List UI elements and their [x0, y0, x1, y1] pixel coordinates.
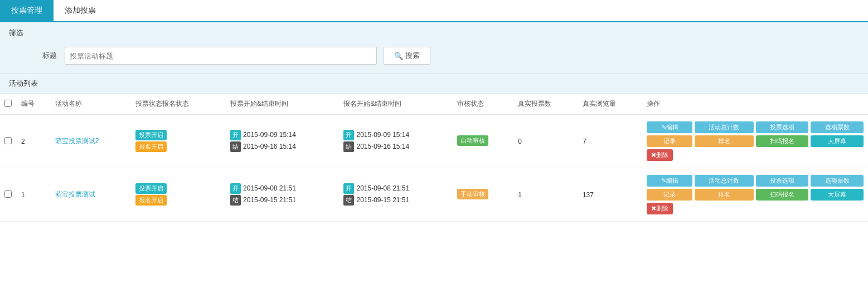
- table-row: 1 萌宝投票测试 投票开启 报名开启 开 2015-09-08 21:51 结 …: [0, 168, 868, 222]
- audit-badge: 自动审核: [457, 135, 488, 146]
- rank-button[interactable]: 排名: [695, 189, 754, 201]
- header-vote-time: 投票开始&结束时间: [226, 94, 339, 115]
- header-id: 编号: [17, 94, 51, 115]
- row-status: 投票开启 报名开启: [131, 115, 226, 168]
- delete-button[interactable]: ✖删除: [647, 203, 673, 214]
- scan-button[interactable]: 扫码报名: [756, 189, 809, 201]
- activity-link[interactable]: 萌宝投票测试: [55, 190, 95, 198]
- rank-button[interactable]: 排名: [695, 135, 754, 147]
- action-group: ✎编辑 活动总计数 投票选项 选项票数 记录 排名 扫码报名 大屏幕 ✖删除: [647, 175, 864, 214]
- table-row: 2 萌宝投票测试2 投票开启 报名开启 开 2015-09-09 15:14 结…: [0, 115, 868, 168]
- vote-status-badge: 投票开启: [135, 130, 167, 140]
- header-status: 投票状态报名状态: [131, 94, 226, 115]
- filter-label-title: 标题: [42, 51, 59, 61]
- header-real-votes: 真实投票数: [513, 94, 578, 115]
- header-checkbox: [0, 94, 17, 115]
- header-reg-time: 报名开始&结束时间: [339, 94, 452, 115]
- header-audit: 审核状态: [453, 94, 513, 115]
- vote-start-time: 2015-09-09 15:14: [243, 131, 296, 139]
- reg-status-badge: 报名开启: [135, 141, 167, 152]
- row-ops: ✎编辑 活动总计数 投票选项 选项票数 记录 排名 扫码报名 大屏幕 ✖删除: [642, 115, 868, 168]
- row-reg-time: 开 2015-09-09 15:14 结 2015-09-16 15:14: [339, 115, 452, 168]
- activity-link[interactable]: 萌宝投票测试2: [55, 137, 99, 145]
- row-id: 2: [17, 115, 51, 168]
- row-name: 萌宝投票测试2: [51, 115, 131, 168]
- vote-start-badge: 开: [230, 130, 241, 140]
- vote-start-badge: 开: [230, 183, 241, 194]
- tab-vote-management[interactable]: 投票管理: [0, 0, 54, 21]
- vote-end-badge: 结: [230, 141, 241, 152]
- vote-end-badge: 结: [230, 195, 241, 206]
- edit-button[interactable]: ✎编辑: [647, 175, 692, 187]
- row-real-votes: 1: [513, 168, 578, 222]
- header-real-views: 真实浏览量: [578, 94, 643, 115]
- bigscreen-button[interactable]: 大屏幕: [811, 135, 864, 147]
- row-ops: ✎编辑 活动总计数 投票选项 选项票数 记录 排名 扫码报名 大屏幕 ✖删除: [642, 168, 868, 222]
- vote-end-time: 2015-09-15 21:51: [243, 196, 296, 204]
- filter-section: 筛选 标题 🔍 搜索: [0, 22, 868, 74]
- stats-button[interactable]: 活动总计数: [695, 175, 754, 187]
- filter-row: 标题 🔍 搜索: [9, 43, 859, 68]
- row-real-views: 137: [578, 168, 643, 222]
- title-input[interactable]: [65, 47, 377, 65]
- vote-end-time: 2015-09-16 15:14: [243, 143, 296, 150]
- row-audit: 自动审核: [453, 115, 513, 168]
- record-button[interactable]: 记录: [647, 135, 692, 147]
- row-select-checkbox[interactable]: [4, 190, 12, 198]
- reg-end-badge: 结: [343, 141, 354, 152]
- list-section: 活动列表 编号 活动名称 投票状态报名状态 投票开始&结束时间 报名开始&结束时…: [0, 74, 868, 222]
- row-status: 投票开启 报名开启: [131, 168, 226, 222]
- search-button[interactable]: 🔍 搜索: [384, 47, 430, 65]
- vote-options-button[interactable]: 投票选项: [756, 175, 809, 187]
- select-tickets-button[interactable]: 选项票数: [811, 175, 864, 187]
- select-all-checkbox[interactable]: [4, 100, 12, 107]
- row-audit: 手动审核: [453, 168, 513, 222]
- list-title-bar: 活动列表: [0, 74, 868, 94]
- table-header-row: 编号 活动名称 投票状态报名状态 投票开始&结束时间 报名开始&结束时间 审核状…: [0, 94, 868, 115]
- reg-end-time: 2015-09-15 21:51: [356, 196, 409, 204]
- row-real-votes: 0: [513, 115, 578, 168]
- tab-bar: 投票管理 添加投票: [0, 0, 868, 22]
- row-name: 萌宝投票测试: [51, 168, 131, 222]
- header-ops: 操作: [642, 94, 868, 115]
- reg-end-time: 2015-09-16 15:14: [356, 143, 409, 150]
- row-reg-time: 开 2015-09-08 21:51 结 2015-09-15 21:51: [339, 168, 452, 222]
- activity-table: 编号 活动名称 投票状态报名状态 投票开始&结束时间 报名开始&结束时间 审核状…: [0, 94, 868, 222]
- row-vote-time: 开 2015-09-09 15:14 结 2015-09-16 15:14: [226, 115, 339, 168]
- list-title: 活动列表: [9, 79, 38, 87]
- reg-start-badge: 开: [343, 130, 354, 140]
- search-icon: 🔍: [394, 52, 403, 60]
- row-select-checkbox[interactable]: [4, 137, 12, 144]
- reg-end-badge: 结: [343, 195, 354, 206]
- record-button[interactable]: 记录: [647, 189, 692, 201]
- reg-start-badge: 开: [343, 183, 354, 194]
- reg-start-time: 2015-09-08 21:51: [356, 184, 409, 192]
- search-label: 搜索: [405, 51, 420, 61]
- row-real-views: 7: [578, 115, 643, 168]
- select-tickets-button[interactable]: 选项票数: [811, 121, 864, 133]
- header-name: 活动名称: [51, 94, 131, 115]
- reg-start-time: 2015-09-09 15:14: [356, 131, 409, 139]
- edit-button[interactable]: ✎编辑: [647, 121, 692, 133]
- audit-badge: 手动审核: [457, 189, 488, 199]
- filter-title: 筛选: [9, 28, 859, 38]
- vote-start-time: 2015-09-08 21:51: [243, 184, 296, 192]
- row-id: 1: [17, 168, 51, 222]
- row-vote-time: 开 2015-09-08 21:51 结 2015-09-15 21:51: [226, 168, 339, 222]
- vote-status-badge: 投票开启: [135, 183, 167, 194]
- stats-button[interactable]: 活动总计数: [695, 121, 754, 133]
- scan-button[interactable]: 扫码报名: [756, 135, 809, 147]
- tab-add-vote[interactable]: 添加投票: [54, 0, 107, 21]
- row-checkbox: [0, 168, 17, 222]
- reg-status-badge: 报名开启: [135, 195, 167, 206]
- bigscreen-button[interactable]: 大屏幕: [811, 189, 864, 201]
- delete-button[interactable]: ✖删除: [647, 149, 673, 161]
- vote-options-button[interactable]: 投票选项: [756, 121, 809, 133]
- action-group: ✎编辑 活动总计数 投票选项 选项票数 记录 排名 扫码报名 大屏幕 ✖删除: [647, 121, 864, 161]
- row-checkbox: [0, 115, 17, 168]
